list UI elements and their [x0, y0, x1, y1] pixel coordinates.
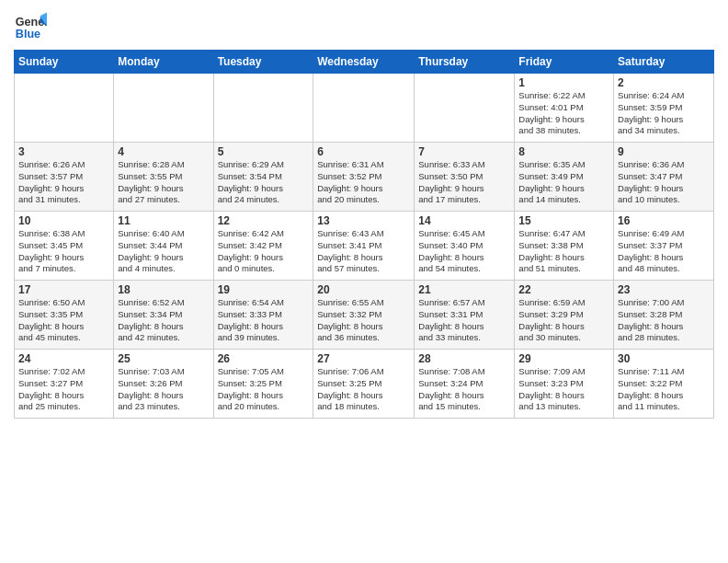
- day-info: Sunrise: 7:08 AM Sunset: 3:24 PM Dayligh…: [418, 366, 510, 413]
- logo-icon: General Blue: [14, 9, 47, 42]
- calendar-cell: 22Sunrise: 6:59 AM Sunset: 3:29 PM Dayli…: [515, 281, 614, 350]
- calendar-cell: 13Sunrise: 6:43 AM Sunset: 3:41 PM Dayli…: [313, 212, 415, 281]
- day-number: 24: [18, 352, 109, 365]
- day-number: 17: [18, 283, 109, 296]
- day-number: 13: [317, 214, 410, 227]
- calendar-cell: 16Sunrise: 6:49 AM Sunset: 3:37 PM Dayli…: [614, 212, 714, 281]
- day-number: 26: [218, 352, 310, 365]
- day-number: 9: [618, 145, 710, 158]
- day-number: 23: [618, 283, 710, 296]
- calendar-cell: 18Sunrise: 6:52 AM Sunset: 3:34 PM Dayli…: [114, 281, 213, 350]
- day-info: Sunrise: 6:36 AM Sunset: 3:47 PM Dayligh…: [618, 159, 710, 206]
- day-info: Sunrise: 6:22 AM Sunset: 4:01 PM Dayligh…: [518, 90, 609, 137]
- calendar-cell: 20Sunrise: 6:55 AM Sunset: 3:32 PM Dayli…: [313, 281, 415, 350]
- day-number: 27: [317, 352, 410, 365]
- day-number: 2: [618, 76, 710, 89]
- calendar-cell: 7Sunrise: 6:33 AM Sunset: 3:50 PM Daylig…: [415, 143, 515, 212]
- day-info: Sunrise: 7:00 AM Sunset: 3:28 PM Dayligh…: [618, 297, 710, 344]
- calendar-cell: 28Sunrise: 7:08 AM Sunset: 3:24 PM Dayli…: [415, 350, 515, 419]
- calendar-cell: 3Sunrise: 6:26 AM Sunset: 3:57 PM Daylig…: [15, 143, 114, 212]
- weekday-header: Friday: [515, 51, 614, 74]
- day-info: Sunrise: 7:05 AM Sunset: 3:25 PM Dayligh…: [218, 366, 310, 413]
- weekday-header: Wednesday: [313, 51, 415, 74]
- day-number: 15: [518, 214, 609, 227]
- calendar-cell: 8Sunrise: 6:35 AM Sunset: 3:49 PM Daylig…: [515, 143, 614, 212]
- day-info: Sunrise: 6:29 AM Sunset: 3:54 PM Dayligh…: [218, 159, 310, 206]
- day-number: 11: [118, 214, 209, 227]
- day-number: 28: [418, 352, 510, 365]
- calendar-cell: 12Sunrise: 6:42 AM Sunset: 3:42 PM Dayli…: [213, 212, 313, 281]
- calendar-cell: [15, 74, 114, 143]
- calendar-cell: 1Sunrise: 6:22 AM Sunset: 4:01 PM Daylig…: [515, 74, 614, 143]
- logo: General Blue: [14, 9, 47, 42]
- page-container: General Blue SundayMondayTuesdayWednesda…: [0, 0, 728, 428]
- day-info: Sunrise: 6:55 AM Sunset: 3:32 PM Dayligh…: [317, 297, 410, 344]
- calendar-cell: 29Sunrise: 7:09 AM Sunset: 3:23 PM Dayli…: [515, 350, 614, 419]
- day-number: 18: [118, 283, 209, 296]
- calendar-cell: 23Sunrise: 7:00 AM Sunset: 3:28 PM Dayli…: [614, 281, 714, 350]
- day-number: 6: [317, 145, 410, 158]
- calendar-cell: 25Sunrise: 7:03 AM Sunset: 3:26 PM Dayli…: [114, 350, 213, 419]
- weekday-header: Tuesday: [213, 51, 313, 74]
- calendar-cell: 15Sunrise: 6:47 AM Sunset: 3:38 PM Dayli…: [515, 212, 614, 281]
- day-info: Sunrise: 7:03 AM Sunset: 3:26 PM Dayligh…: [118, 366, 209, 413]
- day-info: Sunrise: 6:24 AM Sunset: 3:59 PM Dayligh…: [618, 90, 710, 137]
- day-number: 10: [18, 214, 109, 227]
- calendar-cell: 2Sunrise: 6:24 AM Sunset: 3:59 PM Daylig…: [614, 74, 714, 143]
- calendar-cell: [415, 74, 515, 143]
- calendar-cell: 27Sunrise: 7:06 AM Sunset: 3:25 PM Dayli…: [313, 350, 415, 419]
- day-number: 12: [218, 214, 310, 227]
- day-number: 19: [218, 283, 310, 296]
- day-info: Sunrise: 6:31 AM Sunset: 3:52 PM Dayligh…: [317, 159, 410, 206]
- day-number: 25: [118, 352, 209, 365]
- calendar-cell: 17Sunrise: 6:50 AM Sunset: 3:35 PM Dayli…: [15, 281, 114, 350]
- day-info: Sunrise: 7:06 AM Sunset: 3:25 PM Dayligh…: [317, 366, 410, 413]
- calendar-cell: 9Sunrise: 6:36 AM Sunset: 3:47 PM Daylig…: [614, 143, 714, 212]
- day-number: 7: [418, 145, 510, 158]
- calendar-cell: 19Sunrise: 6:54 AM Sunset: 3:33 PM Dayli…: [213, 281, 313, 350]
- day-number: 5: [218, 145, 310, 158]
- day-info: Sunrise: 6:49 AM Sunset: 3:37 PM Dayligh…: [618, 228, 710, 275]
- day-info: Sunrise: 6:47 AM Sunset: 3:38 PM Dayligh…: [518, 228, 609, 275]
- calendar-cell: 5Sunrise: 6:29 AM Sunset: 3:54 PM Daylig…: [213, 143, 313, 212]
- day-number: 22: [518, 283, 609, 296]
- day-number: 4: [118, 145, 209, 158]
- day-number: 29: [518, 352, 609, 365]
- day-number: 16: [618, 214, 710, 227]
- day-number: 3: [18, 145, 109, 158]
- calendar-cell: [114, 74, 213, 143]
- calendar-cell: [213, 74, 313, 143]
- header: General Blue: [14, 9, 714, 42]
- calendar-cell: 4Sunrise: 6:28 AM Sunset: 3:55 PM Daylig…: [114, 143, 213, 212]
- day-number: 14: [418, 214, 510, 227]
- day-info: Sunrise: 6:33 AM Sunset: 3:50 PM Dayligh…: [418, 159, 510, 206]
- day-info: Sunrise: 7:09 AM Sunset: 3:23 PM Dayligh…: [518, 366, 609, 413]
- day-info: Sunrise: 6:43 AM Sunset: 3:41 PM Dayligh…: [317, 228, 410, 275]
- day-number: 21: [418, 283, 510, 296]
- day-info: Sunrise: 6:57 AM Sunset: 3:31 PM Dayligh…: [418, 297, 510, 344]
- calendar-cell: 26Sunrise: 7:05 AM Sunset: 3:25 PM Dayli…: [213, 350, 313, 419]
- day-number: 8: [518, 145, 609, 158]
- calendar-cell: 24Sunrise: 7:02 AM Sunset: 3:27 PM Dayli…: [15, 350, 114, 419]
- day-info: Sunrise: 6:35 AM Sunset: 3:49 PM Dayligh…: [518, 159, 609, 206]
- day-info: Sunrise: 6:40 AM Sunset: 3:44 PM Dayligh…: [118, 228, 209, 275]
- day-info: Sunrise: 6:28 AM Sunset: 3:55 PM Dayligh…: [118, 159, 209, 206]
- svg-text:Blue: Blue: [16, 28, 40, 40]
- day-number: 30: [618, 352, 710, 365]
- calendar-cell: 10Sunrise: 6:38 AM Sunset: 3:45 PM Dayli…: [15, 212, 114, 281]
- calendar-table: SundayMondayTuesdayWednesdayThursdayFrid…: [14, 50, 714, 419]
- day-number: 20: [317, 283, 410, 296]
- day-info: Sunrise: 6:52 AM Sunset: 3:34 PM Dayligh…: [118, 297, 209, 344]
- weekday-header: Thursday: [415, 51, 515, 74]
- day-info: Sunrise: 6:26 AM Sunset: 3:57 PM Dayligh…: [18, 159, 109, 206]
- calendar-cell: 30Sunrise: 7:11 AM Sunset: 3:22 PM Dayli…: [614, 350, 714, 419]
- calendar-cell: 21Sunrise: 6:57 AM Sunset: 3:31 PM Dayli…: [415, 281, 515, 350]
- weekday-header: Saturday: [614, 51, 714, 74]
- day-info: Sunrise: 6:54 AM Sunset: 3:33 PM Dayligh…: [218, 297, 310, 344]
- day-info: Sunrise: 7:11 AM Sunset: 3:22 PM Dayligh…: [618, 366, 710, 413]
- day-number: 1: [518, 76, 609, 89]
- day-info: Sunrise: 6:38 AM Sunset: 3:45 PM Dayligh…: [18, 228, 109, 275]
- day-info: Sunrise: 6:59 AM Sunset: 3:29 PM Dayligh…: [518, 297, 609, 344]
- weekday-header: Monday: [114, 51, 213, 74]
- weekday-header: Sunday: [15, 51, 114, 74]
